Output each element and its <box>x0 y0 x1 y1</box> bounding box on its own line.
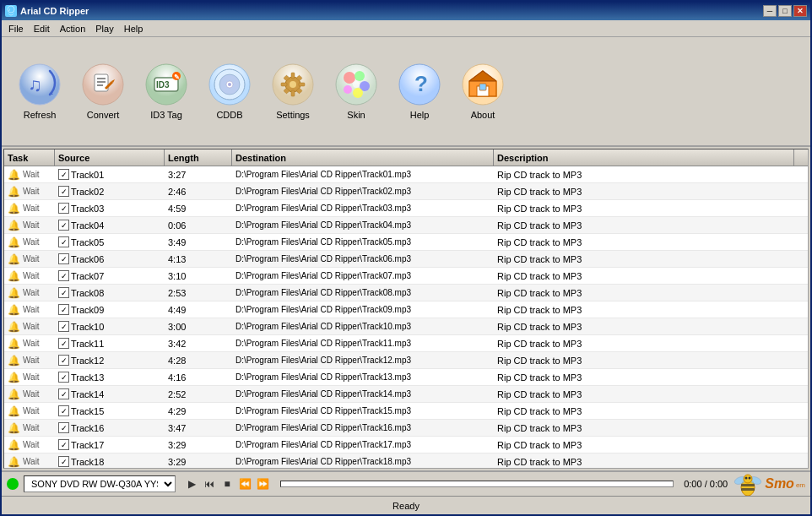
checkbox[interactable]: ✓ <box>58 422 69 433</box>
cddb-icon <box>208 62 252 106</box>
col-header-description[interactable]: Description <box>494 149 794 166</box>
cell-length: 3:00 <box>165 320 232 334</box>
cell-length: 4:28 <box>165 354 232 367</box>
checkbox[interactable]: ✓ <box>58 287 69 298</box>
cell-destination: D:\Program Files\Arial CD Ripper\Track09… <box>232 303 494 316</box>
cell-source: ✓ Track02 <box>55 184 165 199</box>
wait-icon: 🔔 <box>8 169 20 181</box>
cell-source: ✓ Track03 <box>55 201 165 216</box>
cell-description: Rip CD track to MP3 <box>494 269 808 283</box>
cell-destination: D:\Program Files\Arial CD Ripper\Track11… <box>232 337 494 350</box>
table-row[interactable]: 🔔 Wait ✓ Track16 3:47 D:\Program Files\A… <box>4 420 808 437</box>
svg-point-35 <box>344 85 352 94</box>
col-header-task[interactable]: Task <box>4 149 55 166</box>
table-row[interactable]: 🔔 Wait ✓ Track18 3:29 D:\Program Files\A… <box>4 454 808 468</box>
cddb-button[interactable]: CDDB <box>200 45 259 138</box>
main-area: Task Source Length Destination Descripti… <box>3 149 809 469</box>
cell-task: 🔔 Wait <box>4 167 55 182</box>
cell-description: Rip CD track to MP3 <box>494 236 808 249</box>
table-body[interactable]: 🔔 Wait ✓ Track01 3:27 D:\Program Files\A… <box>4 166 808 468</box>
table-row[interactable]: 🔔 Wait ✓ Track06 4:13 D:\Program Files\A… <box>4 251 808 268</box>
id3tag-button[interactable]: ID3 ✎ ID3 Tag <box>137 45 196 138</box>
cell-source: ✓ Track09 <box>55 302 165 318</box>
table-row[interactable]: 🔔 Wait ✓ Track08 2:53 D:\Program Files\A… <box>4 285 808 301</box>
drive-select[interactable]: SONY DVD RW DW-Q30A YYS1 <box>24 475 176 492</box>
checkbox[interactable]: ✓ <box>58 169 69 180</box>
cell-destination: D:\Program Files\Arial CD Ripper\Track01… <box>232 168 494 181</box>
checkbox[interactable]: ✓ <box>58 388 69 399</box>
checkbox[interactable]: ✓ <box>58 203 69 214</box>
checkbox[interactable]: ✓ <box>58 220 69 231</box>
table-row[interactable]: 🔔 Wait ✓ Track10 3:00 D:\Program Files\A… <box>4 318 808 335</box>
menu-help[interactable]: Help <box>119 22 149 35</box>
close-button[interactable]: ✕ <box>793 5 807 17</box>
checkbox[interactable]: ✓ <box>58 439 69 450</box>
status-bar: SONY DVD RW DW-Q30A YYS1 ▶ ⏮ ■ ⏪ ⏩ 0:00 … <box>2 470 810 496</box>
checkbox[interactable]: ✓ <box>58 236 69 247</box>
help-button[interactable]: ? Help <box>390 45 449 138</box>
checkbox[interactable]: ✓ <box>58 321 69 332</box>
checkbox[interactable]: ✓ <box>58 304 69 315</box>
about-button[interactable]: About <box>453 45 512 138</box>
play-button[interactable]: ▶ <box>184 476 199 492</box>
table-row[interactable]: 🔔 Wait ✓ Track03 4:59 D:\Program Files\A… <box>4 200 808 217</box>
wait-icon: 🔔 <box>8 304 20 316</box>
table-row[interactable]: 🔔 Wait ✓ Track04 0:06 D:\Program Files\A… <box>4 217 808 234</box>
table-row[interactable]: 🔔 Wait ✓ Track09 4:49 D:\Program Files\A… <box>4 301 808 318</box>
refresh-icon: ♫ <box>18 62 62 106</box>
col-header-destination[interactable]: Destination <box>232 149 494 166</box>
cell-description: Rip CD track to MP3 <box>494 388 808 401</box>
checkbox[interactable]: ✓ <box>58 338 69 349</box>
svg-point-51 <box>749 477 751 480</box>
cell-description: Rip CD track to MP3 <box>494 337 808 350</box>
col-header-source[interactable]: Source <box>55 149 165 166</box>
table-row[interactable]: 🔔 Wait ✓ Track05 3:49 D:\Program Files\A… <box>4 234 808 251</box>
checkbox[interactable]: ✓ <box>58 372 69 383</box>
table-row[interactable]: 🔔 Wait ✓ Track11 3:42 D:\Program Files\A… <box>4 335 808 352</box>
cell-source: ✓ Track07 <box>55 269 165 284</box>
menu-file[interactable]: File <box>3 22 29 35</box>
wait-icon: 🔔 <box>8 456 20 468</box>
table-row[interactable]: 🔔 Wait ✓ Track13 4:16 D:\Program Files\A… <box>4 369 808 386</box>
cell-description: Rip CD track to MP3 <box>494 421 808 435</box>
wait-icon: 🔔 <box>8 422 20 434</box>
settings-button[interactable]: Settings <box>263 45 322 138</box>
next-button[interactable]: ⏩ <box>255 476 270 492</box>
cell-destination: D:\Program Files\Arial CD Ripper\Track03… <box>232 202 494 215</box>
checkbox[interactable]: ✓ <box>58 405 69 416</box>
progress-bar[interactable] <box>280 481 674 487</box>
menu-play[interactable]: Play <box>90 22 118 35</box>
maximize-button[interactable]: □ <box>778 5 792 17</box>
checkbox[interactable]: ✓ <box>58 253 69 264</box>
skin-button[interactable]: Skin <box>327 45 386 138</box>
minimize-button[interactable]: ─ <box>763 5 777 17</box>
table-row[interactable]: 🔔 Wait ✓ Track17 3:29 D:\Program Files\A… <box>4 437 808 454</box>
toolbar: ♫ Refresh <box>2 37 810 147</box>
stop-button[interactable]: ■ <box>219 476 235 492</box>
rewind-button[interactable]: ⏮ <box>202 476 217 492</box>
checkbox[interactable]: ✓ <box>58 270 69 281</box>
convert-button[interactable]: Convert <box>73 45 133 138</box>
checkbox[interactable]: ✓ <box>58 456 69 467</box>
menu-action[interactable]: Action <box>55 22 91 35</box>
smojem-logo: Smo em <box>733 469 805 499</box>
checkbox[interactable]: ✓ <box>58 355 69 366</box>
table-row[interactable]: 🔔 Wait ✓ Track01 3:27 D:\Program Files\A… <box>4 166 808 183</box>
cell-source: ✓ Track01 <box>55 167 165 182</box>
table-row[interactable]: 🔔 Wait ✓ Track15 4:29 D:\Program Files\A… <box>4 403 808 420</box>
app-window: ♪ Arial CD Ripper ─ □ ✕ File Edit Action… <box>0 0 812 516</box>
checkbox[interactable]: ✓ <box>58 186 69 197</box>
cell-source: ✓ Track13 <box>55 370 165 385</box>
menu-edit[interactable]: Edit <box>29 22 55 35</box>
refresh-button[interactable]: ♫ Refresh <box>10 45 69 138</box>
table-row[interactable]: 🔔 Wait ✓ Track12 4:28 D:\Program Files\A… <box>4 352 808 369</box>
prev-button[interactable]: ⏪ <box>237 476 252 492</box>
wait-icon: 🔔 <box>8 253 20 265</box>
col-header-length[interactable]: Length <box>165 149 232 166</box>
table-row[interactable]: 🔔 Wait ✓ Track07 3:10 D:\Program Files\A… <box>4 268 808 285</box>
cell-description: Rip CD track to MP3 <box>494 168 808 182</box>
table-row[interactable]: 🔔 Wait ✓ Track14 2:52 D:\Program Files\A… <box>4 386 808 403</box>
table-row[interactable]: 🔔 Wait ✓ Track02 2:46 D:\Program Files\A… <box>4 183 808 200</box>
cell-length: 3:29 <box>165 438 232 452</box>
smojem-suffix: em <box>796 481 805 489</box>
